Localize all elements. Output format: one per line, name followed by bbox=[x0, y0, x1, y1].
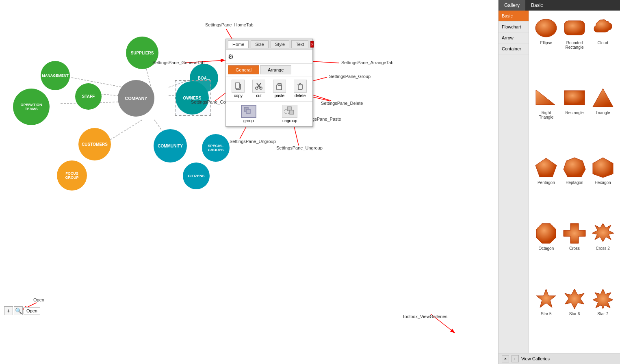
shape-rounded-rectangle[interactable]: Rounded Rectangle bbox=[561, 15, 588, 82]
shape-triangle-label: Triangle bbox=[596, 110, 610, 115]
node-owners[interactable]: OWNERS bbox=[176, 81, 209, 115]
svg-rect-39 bbox=[564, 21, 585, 35]
shape-cloud[interactable]: Cloud bbox=[590, 15, 616, 82]
ungroup-icon bbox=[282, 105, 297, 118]
cut-icon bbox=[252, 80, 265, 93]
svg-marker-48 bbox=[592, 223, 614, 242]
shape-ellipse[interactable]: Ellipse bbox=[533, 15, 559, 82]
annotation-copy: SettingsPane_Copy bbox=[191, 100, 230, 104]
svg-marker-42 bbox=[593, 89, 613, 107]
category-flowchart[interactable]: Flowchart bbox=[499, 22, 529, 32]
paste-icon bbox=[273, 80, 286, 93]
bottom-toolbar: + 🔍 Open bbox=[4, 306, 40, 315]
category-container[interactable]: Container bbox=[499, 43, 529, 54]
subtab-row: General Arrange bbox=[228, 65, 310, 74]
paste-button[interactable]: paste bbox=[273, 80, 286, 98]
subtab-arrange[interactable]: Arrange bbox=[260, 65, 291, 74]
shape-cross[interactable]: Cross bbox=[561, 220, 588, 284]
svg-marker-47 bbox=[564, 223, 585, 243]
node-special-groups[interactable]: SPECIAL GROUPS bbox=[202, 134, 230, 162]
svg-marker-49 bbox=[536, 289, 556, 308]
copy-icon bbox=[232, 80, 245, 93]
node-focus-group[interactable]: FOCUS GROUP bbox=[57, 160, 87, 191]
svg-rect-21 bbox=[235, 83, 240, 88]
paste-label: paste bbox=[275, 93, 284, 98]
shape-rectangle-label: Rectangle bbox=[565, 110, 583, 115]
shape-heptagon[interactable]: Heptagon bbox=[561, 154, 588, 218]
svg-line-6 bbox=[110, 120, 142, 140]
svg-marker-50 bbox=[565, 289, 584, 309]
header-tab-basic[interactable]: Basic bbox=[525, 0, 548, 11]
annotation-open: Open bbox=[33, 297, 44, 302]
right-panel-footer: × ← View Galleries bbox=[499, 353, 620, 364]
svg-rect-27 bbox=[278, 83, 281, 85]
group-icon bbox=[241, 105, 256, 118]
settings-pane: Home Size Style Text × ⚙ General Arrange bbox=[225, 39, 313, 127]
search-button[interactable]: 🔍 bbox=[14, 306, 23, 315]
cut-button[interactable]: cut bbox=[252, 80, 265, 98]
annotation-paste: SettingsPane_Delete bbox=[321, 101, 363, 106]
annotation-delete: SettingsPane_Group bbox=[329, 74, 371, 79]
shape-triangle[interactable]: Triangle bbox=[590, 84, 616, 152]
category-basic[interactable]: Basic bbox=[499, 11, 529, 22]
header-tab-gallery[interactable]: Gallery bbox=[499, 0, 525, 11]
node-staff[interactable]: STAFF bbox=[75, 83, 102, 110]
tab-style[interactable]: Style bbox=[271, 40, 289, 48]
subtab-general[interactable]: General bbox=[228, 65, 259, 74]
shape-star7[interactable]: Star 7 bbox=[590, 286, 616, 349]
tab-home[interactable]: Home bbox=[228, 40, 249, 48]
cut-label: cut bbox=[256, 93, 261, 98]
svg-rect-41 bbox=[564, 91, 585, 105]
svg-marker-45 bbox=[593, 158, 613, 178]
search-icon: 🔍 bbox=[15, 308, 22, 314]
settings-group-row: group ungroup bbox=[226, 102, 312, 126]
delete-icon bbox=[294, 80, 307, 93]
footer-close-button[interactable]: × bbox=[502, 355, 509, 362]
group-button[interactable]: group bbox=[241, 105, 256, 123]
svg-rect-26 bbox=[277, 85, 282, 90]
shape-octagon-label: Octagon bbox=[538, 246, 554, 251]
shape-right-triangle[interactable]: Right Triangle bbox=[533, 84, 559, 152]
delete-label: delete bbox=[295, 93, 306, 98]
shape-heptagon-label: Heptagon bbox=[566, 180, 583, 185]
svg-point-38 bbox=[535, 19, 557, 37]
shape-pentagon-label: Pentagon bbox=[538, 180, 555, 185]
shape-rectangle[interactable]: Rectangle bbox=[561, 84, 588, 152]
ungroup-button[interactable]: ungroup bbox=[282, 105, 297, 123]
close-button[interactable]: × bbox=[310, 41, 314, 48]
shapes-grid: Ellipse Rounded Rectangle bbox=[529, 11, 620, 353]
shape-right-triangle-label: Right Triangle bbox=[534, 110, 559, 119]
shape-cross2[interactable]: Cross 2 bbox=[590, 220, 616, 284]
copy-button[interactable]: copy bbox=[232, 80, 245, 98]
svg-rect-37 bbox=[290, 110, 294, 114]
node-management[interactable]: MANAGEMENT bbox=[41, 61, 70, 90]
shape-star7-label: Star 7 bbox=[597, 312, 608, 316]
add-button[interactable]: + bbox=[4, 306, 13, 315]
group-label: group bbox=[243, 119, 254, 123]
tab-text[interactable]: Text bbox=[291, 40, 308, 48]
node-operation-teams[interactable]: OPERATION TEAMS bbox=[13, 89, 50, 125]
node-customers[interactable]: CUSTOMERS bbox=[78, 128, 111, 160]
shape-pentagon[interactable]: Pentagon bbox=[533, 154, 559, 218]
delete-button[interactable]: delete bbox=[294, 80, 307, 98]
open-button[interactable]: Open bbox=[24, 307, 40, 314]
annotation-home-tab: SettingsPane_HomeTab bbox=[205, 22, 254, 27]
node-citizens[interactable]: CITIZENS bbox=[183, 162, 210, 189]
node-community[interactable]: COMMUNITY bbox=[154, 129, 187, 162]
category-arrow[interactable]: Arrow bbox=[499, 32, 529, 43]
shape-star6[interactable]: Star 6 bbox=[561, 286, 588, 349]
shape-hexagon[interactable]: Hexagon bbox=[590, 154, 616, 218]
node-company[interactable]: COMPANY bbox=[118, 80, 154, 117]
footer-back-button[interactable]: ← bbox=[512, 355, 519, 362]
right-panel-header: Gallery Basic bbox=[499, 0, 620, 11]
shape-octagon[interactable]: Octagon bbox=[533, 220, 559, 284]
view-galleries-button[interactable]: View Galleries bbox=[521, 356, 550, 361]
shape-cross-label: Cross bbox=[569, 246, 580, 251]
shape-star5[interactable]: Star 5 bbox=[533, 286, 559, 349]
copy-label: copy bbox=[234, 93, 243, 98]
gear-icon: ⚙ bbox=[228, 53, 234, 61]
svg-marker-40 bbox=[536, 90, 555, 105]
settings-icons-row: copy cut bbox=[226, 76, 312, 102]
tab-size[interactable]: Size bbox=[251, 40, 268, 48]
shape-star5-label: Star 5 bbox=[541, 312, 552, 316]
